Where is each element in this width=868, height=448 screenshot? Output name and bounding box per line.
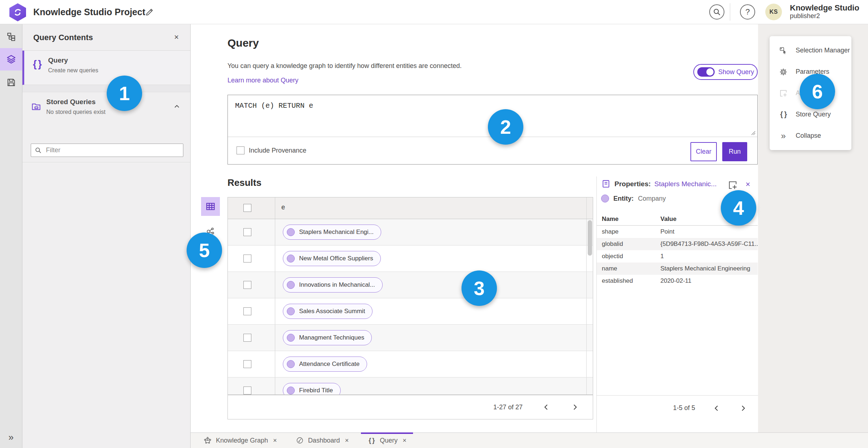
save-rail-button[interactable] bbox=[0, 71, 22, 94]
close-tab-icon[interactable]: × bbox=[273, 437, 277, 444]
entity-pill[interactable]: Firebird Title bbox=[283, 383, 341, 395]
entity-name: Sales Associate Summit bbox=[299, 308, 365, 315]
table-row[interactable]: Attendance Certificate bbox=[228, 351, 593, 377]
close-properties-button[interactable]: × bbox=[743, 179, 753, 189]
run-button[interactable]: Run bbox=[722, 142, 747, 161]
row-checkbox[interactable] bbox=[243, 228, 251, 236]
knowledge-studio-logo-icon bbox=[9, 3, 26, 21]
row-checkbox[interactable] bbox=[243, 281, 251, 289]
help-button[interactable]: ? bbox=[740, 4, 755, 20]
contents-item-label: Stored Queries bbox=[46, 98, 95, 106]
data-model-rail-button[interactable] bbox=[0, 26, 22, 48]
row-checkbox[interactable] bbox=[243, 334, 251, 342]
chevrons-right-icon: » bbox=[8, 432, 13, 443]
collapse-section-button[interactable] bbox=[171, 101, 182, 112]
menu-item-selection-manager[interactable]: Selection Manager bbox=[770, 46, 851, 55]
property-row[interactable]: globalid {5D9B4713-F98D-4A53-A59F-C11... bbox=[597, 238, 758, 250]
tab-knowledge-graph[interactable]: Knowledge Graph × bbox=[197, 433, 284, 448]
property-row[interactable]: objectid 1 bbox=[597, 250, 758, 263]
table-row[interactable]: Firebird Title bbox=[228, 377, 593, 395]
results-title: Results bbox=[227, 177, 261, 188]
close-panel-button[interactable]: × bbox=[171, 31, 182, 43]
row-checkbox[interactable] bbox=[243, 255, 251, 263]
previous-page-button[interactable] bbox=[541, 402, 552, 413]
search-icon bbox=[713, 8, 721, 16]
entity-pill[interactable]: Attendance Certificate bbox=[283, 357, 367, 372]
menu-item-collapse[interactable]: » Collapse bbox=[770, 132, 851, 140]
tab-dashboard[interactable]: Dashboard × bbox=[289, 433, 356, 448]
next-page-button[interactable] bbox=[738, 403, 749, 414]
contents-item-stored-queries[interactable]: Stored Queries No stored queries exist bbox=[22, 92, 190, 162]
menu-item-store-query[interactable]: { } Store Query bbox=[770, 110, 851, 119]
table-row[interactable]: Managment Techniques bbox=[228, 325, 593, 351]
table-scrollbar[interactable] bbox=[588, 220, 592, 256]
edit-title-icon[interactable] bbox=[145, 7, 156, 18]
entity-pill[interactable]: Sales Associate Summit bbox=[283, 304, 373, 319]
add-square-icon bbox=[728, 180, 738, 190]
table-view-button[interactable] bbox=[201, 197, 220, 216]
include-provenance-option[interactable]: Include Provenance bbox=[237, 146, 306, 154]
properties-pagination: 1-5 of 5 bbox=[597, 395, 758, 421]
search-button[interactable] bbox=[709, 4, 724, 20]
properties-entity-link[interactable]: Staplers Mechanic... bbox=[654, 180, 716, 188]
scrollbar-divider bbox=[586, 298, 587, 324]
value-column-header: Value bbox=[660, 216, 676, 223]
callout-badge-4: 4 bbox=[721, 190, 756, 226]
tab-query[interactable]: { } Query × bbox=[361, 433, 413, 448]
previous-page-button[interactable] bbox=[711, 403, 722, 414]
layers-rail-button[interactable] bbox=[0, 48, 22, 71]
scrollbar-divider bbox=[586, 246, 587, 272]
table-row[interactable]: Staplers Mechanical Engi... bbox=[228, 219, 593, 246]
column-divider bbox=[275, 272, 275, 298]
filter-field[interactable] bbox=[31, 144, 183, 157]
selection-manager-icon bbox=[779, 46, 788, 55]
add-to-selection-button[interactable] bbox=[728, 180, 738, 190]
query-contents-title: Query Contents bbox=[33, 33, 93, 42]
table-row[interactable]: New Metal Office Suppliers bbox=[228, 246, 593, 272]
layers-icon bbox=[6, 54, 16, 64]
resize-handle-icon[interactable] bbox=[751, 131, 756, 136]
page-title: Knowledge Studio Project bbox=[33, 0, 145, 24]
property-row[interactable]: established 2020-02-11 bbox=[597, 275, 758, 287]
tab-label: Query bbox=[380, 437, 397, 444]
include-provenance-checkbox[interactable] bbox=[237, 146, 244, 154]
contents-item-query[interactable]: { } Query Create new queries bbox=[22, 51, 190, 85]
callout-badge-3: 3 bbox=[461, 270, 497, 306]
entity-name: Managment Techniques bbox=[299, 334, 364, 341]
close-tab-icon[interactable]: × bbox=[345, 437, 349, 444]
results-pagination: 1-27 of 27 bbox=[227, 395, 593, 419]
user-block[interactable]: Knowledge Studio publisher2 bbox=[790, 3, 859, 20]
row-checkbox[interactable] bbox=[243, 307, 251, 315]
avatar[interactable]: KS bbox=[765, 4, 782, 20]
select-all-checkbox[interactable] bbox=[243, 204, 251, 212]
chevrons-right-icon: » bbox=[779, 132, 788, 140]
learn-more-link[interactable]: Learn more about Query bbox=[227, 77, 298, 84]
show-query-toggle[interactable]: Show Query bbox=[693, 64, 758, 80]
column-divider bbox=[275, 377, 275, 395]
clear-button[interactable]: Clear bbox=[690, 142, 717, 161]
entity-name: Innovations in Mechanical... bbox=[299, 281, 375, 289]
property-row[interactable]: name Staplers Mechanical Engineering bbox=[597, 263, 758, 275]
query-text-input[interactable]: MATCH (e) RETURN e bbox=[235, 102, 313, 110]
entity-pill[interactable]: Staplers Mechanical Engi... bbox=[283, 225, 381, 240]
property-row[interactable]: shape Point bbox=[597, 226, 758, 238]
left-icon-rail: » bbox=[0, 24, 22, 448]
search-icon bbox=[35, 147, 42, 154]
toggle-switch-icon[interactable] bbox=[697, 67, 715, 77]
query-contents-panel: Query Contents × { } Query Create new qu… bbox=[22, 24, 191, 448]
table-row[interactable]: Sales Associate Summit bbox=[228, 298, 593, 325]
data-model-icon bbox=[7, 32, 16, 42]
expand-rail-button[interactable]: » bbox=[0, 429, 22, 445]
callout-badge-5: 5 bbox=[187, 232, 222, 268]
callout-badge-1: 1 bbox=[107, 76, 142, 111]
filter-input[interactable] bbox=[46, 146, 179, 154]
menu-item-label: Store Query bbox=[796, 111, 831, 118]
entity-pill[interactable]: New Metal Office Suppliers bbox=[283, 251, 381, 266]
row-checkbox[interactable] bbox=[243, 360, 251, 368]
table-row[interactable]: Innovations in Mechanical... bbox=[228, 272, 593, 298]
next-page-button[interactable] bbox=[570, 402, 580, 413]
entity-pill[interactable]: Innovations in Mechanical... bbox=[283, 277, 383, 293]
row-checkbox[interactable] bbox=[243, 387, 251, 394]
close-tab-icon[interactable]: × bbox=[403, 437, 407, 444]
entity-pill[interactable]: Managment Techniques bbox=[283, 330, 372, 345]
